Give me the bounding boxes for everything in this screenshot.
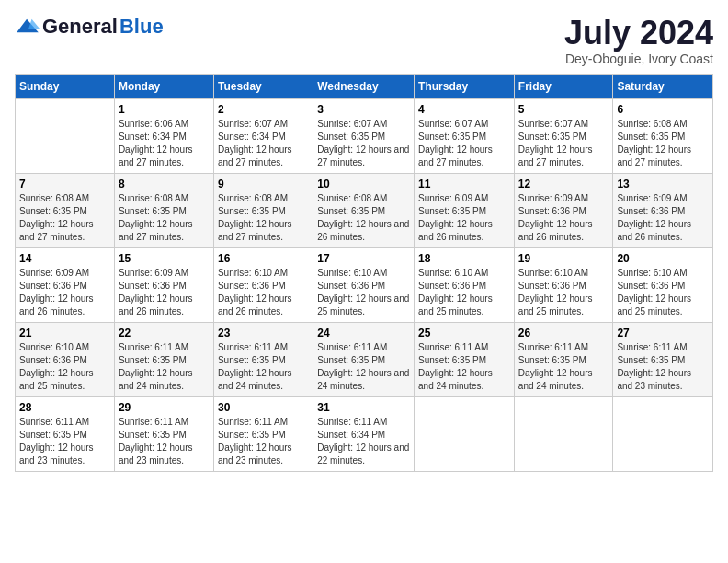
day-number: 31 <box>317 401 410 414</box>
day-info: Sunrise: 6:09 AMSunset: 6:36 PMDaylight:… <box>518 192 609 244</box>
day-number: 23 <box>218 327 309 339</box>
calendar-cell <box>415 396 515 471</box>
calendar-cell: 10Sunrise: 6:08 AMSunset: 6:35 PMDayligh… <box>313 173 415 247</box>
calendar-cell: 3Sunrise: 6:07 AMSunset: 6:35 PMDaylight… <box>313 98 415 173</box>
day-number: 18 <box>418 252 510 265</box>
day-number: 2 <box>218 103 309 116</box>
calendar-cell: 25Sunrise: 6:11 AMSunset: 6:35 PMDayligh… <box>415 322 515 396</box>
day-info: Sunrise: 6:11 AMSunset: 6:35 PMDaylight:… <box>119 416 210 467</box>
day-number: 5 <box>518 103 609 116</box>
day-info: Sunrise: 6:11 AMSunset: 6:35 PMDaylight:… <box>617 341 709 393</box>
day-number: 11 <box>418 178 510 190</box>
location: Dey-Oboguie, Ivory Coast <box>564 52 713 66</box>
calendar-cell: 6Sunrise: 6:08 AMSunset: 6:35 PMDaylight… <box>613 98 713 173</box>
day-number: 30 <box>218 401 309 414</box>
day-header-sunday: Sunday <box>16 74 115 98</box>
day-number: 19 <box>518 252 609 265</box>
day-number: 7 <box>19 178 110 190</box>
calendar-cell: 27Sunrise: 6:11 AMSunset: 6:35 PMDayligh… <box>613 322 713 396</box>
calendar-cell: 15Sunrise: 6:09 AMSunset: 6:36 PMDayligh… <box>114 247 213 322</box>
day-number: 16 <box>218 252 309 265</box>
day-info: Sunrise: 6:11 AMSunset: 6:35 PMDaylight:… <box>218 416 309 467</box>
day-number: 10 <box>317 178 410 190</box>
day-info: Sunrise: 6:11 AMSunset: 6:35 PMDaylight:… <box>518 341 609 393</box>
day-number: 21 <box>19 327 110 339</box>
day-info: Sunrise: 6:09 AMSunset: 6:36 PMDaylight:… <box>19 267 110 318</box>
calendar-cell: 19Sunrise: 6:10 AMSunset: 6:36 PMDayligh… <box>514 247 613 322</box>
day-info: Sunrise: 6:09 AMSunset: 6:36 PMDaylight:… <box>119 267 210 318</box>
calendar-week-4: 21Sunrise: 6:10 AMSunset: 6:36 PMDayligh… <box>16 322 713 396</box>
calendar-cell: 22Sunrise: 6:11 AMSunset: 6:35 PMDayligh… <box>114 322 213 396</box>
calendar-cell: 14Sunrise: 6:09 AMSunset: 6:36 PMDayligh… <box>16 247 115 322</box>
calendar-cell: 21Sunrise: 6:10 AMSunset: 6:36 PMDayligh… <box>16 322 115 396</box>
day-info: Sunrise: 6:09 AMSunset: 6:35 PMDaylight:… <box>418 192 510 244</box>
day-info: Sunrise: 6:08 AMSunset: 6:35 PMDaylight:… <box>19 192 110 244</box>
day-info: Sunrise: 6:10 AMSunset: 6:36 PMDaylight:… <box>218 267 309 318</box>
day-info: Sunrise: 6:08 AMSunset: 6:35 PMDaylight:… <box>119 192 210 244</box>
calendar-week-2: 7Sunrise: 6:08 AMSunset: 6:35 PMDaylight… <box>16 173 713 247</box>
calendar-table: SundayMondayTuesdayWednesdayThursdayFrid… <box>15 74 713 472</box>
day-info: Sunrise: 6:10 AMSunset: 6:36 PMDaylight:… <box>518 267 609 318</box>
calendar-cell: 23Sunrise: 6:11 AMSunset: 6:35 PMDayligh… <box>213 322 313 396</box>
calendar-cell: 18Sunrise: 6:10 AMSunset: 6:36 PMDayligh… <box>415 247 515 322</box>
calendar-cell: 7Sunrise: 6:08 AMSunset: 6:35 PMDaylight… <box>16 173 115 247</box>
logo: GeneralBlue <box>15 15 164 39</box>
day-number: 9 <box>218 178 309 190</box>
logo-blue: Blue <box>119 15 164 39</box>
calendar-header-row: SundayMondayTuesdayWednesdayThursdayFrid… <box>16 74 713 98</box>
calendar-cell: 20Sunrise: 6:10 AMSunset: 6:36 PMDayligh… <box>613 247 713 322</box>
day-number: 20 <box>617 252 709 265</box>
day-info: Sunrise: 6:11 AMSunset: 6:34 PMDaylight:… <box>317 416 410 467</box>
day-info: Sunrise: 6:07 AMSunset: 6:35 PMDaylight:… <box>418 118 510 169</box>
day-number: 14 <box>19 252 110 265</box>
day-number: 8 <box>119 178 210 190</box>
logo-icon <box>15 17 40 36</box>
day-number: 4 <box>418 103 510 116</box>
day-header-wednesday: Wednesday <box>313 74 415 98</box>
day-number: 12 <box>518 178 609 190</box>
calendar-cell: 29Sunrise: 6:11 AMSunset: 6:35 PMDayligh… <box>114 396 213 471</box>
calendar-cell <box>514 396 613 471</box>
calendar-cell: 17Sunrise: 6:10 AMSunset: 6:36 PMDayligh… <box>313 247 415 322</box>
calendar-week-5: 28Sunrise: 6:11 AMSunset: 6:35 PMDayligh… <box>16 396 713 471</box>
day-number: 15 <box>119 252 210 265</box>
day-number: 17 <box>317 252 410 265</box>
calendar-cell: 2Sunrise: 6:07 AMSunset: 6:34 PMDaylight… <box>213 98 313 173</box>
day-number: 1 <box>119 103 210 116</box>
day-number: 22 <box>119 327 210 339</box>
day-number: 28 <box>19 401 110 414</box>
day-info: Sunrise: 6:10 AMSunset: 6:36 PMDaylight:… <box>418 267 510 318</box>
day-header-monday: Monday <box>114 74 213 98</box>
calendar-cell: 12Sunrise: 6:09 AMSunset: 6:36 PMDayligh… <box>514 173 613 247</box>
day-info: Sunrise: 6:08 AMSunset: 6:35 PMDaylight:… <box>218 192 309 244</box>
title-section: July 2024 Dey-Oboguie, Ivory Coast <box>564 15 713 66</box>
day-info: Sunrise: 6:07 AMSunset: 6:35 PMDaylight:… <box>518 118 609 169</box>
day-header-saturday: Saturday <box>613 74 713 98</box>
calendar-week-1: 1Sunrise: 6:06 AMSunset: 6:34 PMDaylight… <box>16 98 713 173</box>
calendar-cell <box>16 98 115 173</box>
day-info: Sunrise: 6:08 AMSunset: 6:35 PMDaylight:… <box>317 192 410 244</box>
day-number: 26 <box>518 327 609 339</box>
calendar-cell: 28Sunrise: 6:11 AMSunset: 6:35 PMDayligh… <box>16 396 115 471</box>
calendar-cell: 16Sunrise: 6:10 AMSunset: 6:36 PMDayligh… <box>213 247 313 322</box>
calendar-cell: 5Sunrise: 6:07 AMSunset: 6:35 PMDaylight… <box>514 98 613 173</box>
calendar-body: 1Sunrise: 6:06 AMSunset: 6:34 PMDaylight… <box>16 98 713 471</box>
day-info: Sunrise: 6:11 AMSunset: 6:35 PMDaylight:… <box>19 416 110 467</box>
svg-marker-1 <box>28 19 40 29</box>
calendar-cell: 4Sunrise: 6:07 AMSunset: 6:35 PMDaylight… <box>415 98 515 173</box>
logo-general: General <box>42 15 118 39</box>
month-title: July 2024 <box>564 15 713 52</box>
day-info: Sunrise: 6:11 AMSunset: 6:35 PMDaylight:… <box>218 341 309 393</box>
day-header-friday: Friday <box>514 74 613 98</box>
day-info: Sunrise: 6:10 AMSunset: 6:36 PMDaylight:… <box>19 341 110 393</box>
calendar-cell: 24Sunrise: 6:11 AMSunset: 6:35 PMDayligh… <box>313 322 415 396</box>
calendar-cell: 11Sunrise: 6:09 AMSunset: 6:35 PMDayligh… <box>415 173 515 247</box>
calendar-cell: 31Sunrise: 6:11 AMSunset: 6:34 PMDayligh… <box>313 396 415 471</box>
day-info: Sunrise: 6:07 AMSunset: 6:35 PMDaylight:… <box>317 118 410 169</box>
day-info: Sunrise: 6:06 AMSunset: 6:34 PMDaylight:… <box>119 118 210 169</box>
day-info: Sunrise: 6:09 AMSunset: 6:36 PMDaylight:… <box>617 192 709 244</box>
day-number: 13 <box>617 178 709 190</box>
day-info: Sunrise: 6:11 AMSunset: 6:35 PMDaylight:… <box>119 341 210 393</box>
day-header-thursday: Thursday <box>415 74 515 98</box>
day-info: Sunrise: 6:11 AMSunset: 6:35 PMDaylight:… <box>418 341 510 393</box>
